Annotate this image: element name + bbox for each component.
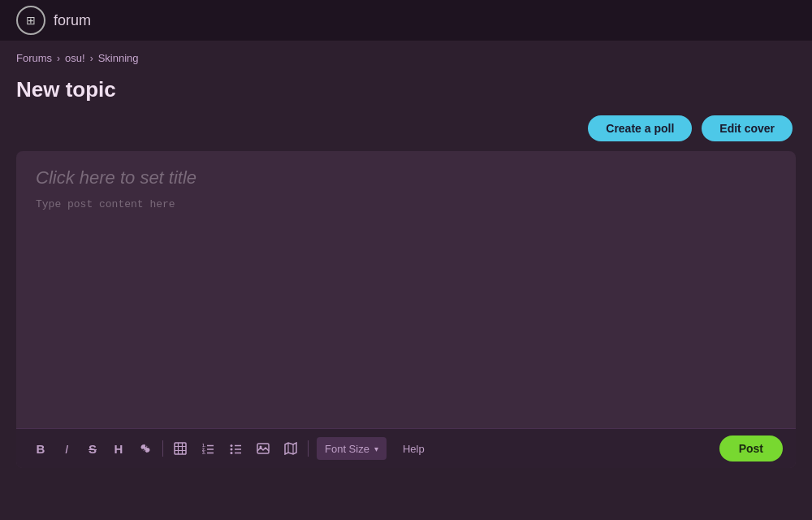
chevron-down-icon: ▾ xyxy=(374,444,378,453)
toolbar-sep-1 xyxy=(162,440,163,457)
svg-point-13 xyxy=(231,452,233,454)
top-nav: ⊞ forum xyxy=(0,0,812,41)
topic-title-input[interactable] xyxy=(16,151,796,195)
page-title: New topic xyxy=(16,77,796,102)
table-icon xyxy=(174,442,187,455)
breadcrumb: Forums › osu! › Skinning xyxy=(0,41,812,71)
logo-symbol: ⊞ xyxy=(26,14,36,27)
ordered-list-icon: 1. 2. 3. xyxy=(201,442,214,455)
breadcrumb-item-skinning[interactable]: Skinning xyxy=(98,52,139,64)
svg-point-12 xyxy=(231,448,233,451)
svg-point-11 xyxy=(231,444,233,447)
svg-rect-0 xyxy=(175,443,186,454)
logo-area[interactable]: ⊞ forum xyxy=(16,6,91,35)
page-title-bar: New topic xyxy=(0,71,812,115)
unordered-list-icon xyxy=(229,442,242,455)
help-button[interactable]: Help xyxy=(396,440,431,458)
map-button[interactable] xyxy=(279,437,303,460)
breadcrumb-item-osu[interactable]: osu! xyxy=(65,52,85,64)
editor-toolbar: B I S H 1. 2. 3. xyxy=(16,428,796,468)
toolbar-sep-2 xyxy=(308,440,309,457)
strikethrough-button[interactable]: S xyxy=(81,437,104,460)
svg-text:3.: 3. xyxy=(202,450,206,455)
logo-text[interactable]: forum xyxy=(54,12,91,29)
breadcrumb-sep-2: › xyxy=(90,53,93,64)
unordered-list-button[interactable] xyxy=(223,437,248,460)
logo-icon: ⊞ xyxy=(16,6,45,35)
table-button[interactable] xyxy=(168,437,192,460)
action-buttons-row: Create a poll Edit cover xyxy=(0,115,812,151)
ordered-list-button[interactable]: 1. 2. 3. xyxy=(196,437,220,460)
breadcrumb-item-forums[interactable]: Forums xyxy=(16,52,52,64)
italic-button[interactable]: I xyxy=(55,437,78,460)
edit-cover-button[interactable]: Edit cover xyxy=(702,115,793,141)
editor-container: B I S H 1. 2. 3. xyxy=(16,151,796,468)
link-icon xyxy=(139,442,152,455)
font-size-button[interactable]: Font Size ▾ xyxy=(317,437,387,460)
link-button[interactable] xyxy=(133,437,158,460)
image-button[interactable] xyxy=(251,437,275,460)
breadcrumb-sep-1: › xyxy=(57,53,60,64)
bold-button[interactable]: B xyxy=(29,437,52,460)
image-icon xyxy=(257,442,270,455)
post-content-input[interactable] xyxy=(16,195,796,428)
strikethrough-icon: S xyxy=(89,442,97,456)
heading-button[interactable]: H xyxy=(107,437,130,460)
post-button[interactable]: Post xyxy=(719,436,783,462)
map-icon xyxy=(284,442,297,455)
font-size-label: Font Size xyxy=(325,443,369,455)
create-poll-button[interactable]: Create a poll xyxy=(588,115,692,141)
